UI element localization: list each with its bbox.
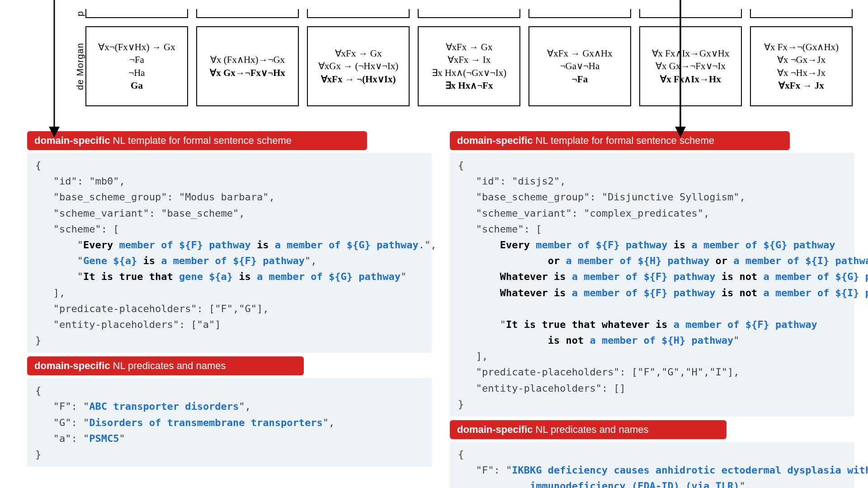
code-left-preds: { "F": "ABC transporter disorders", "G":… (27, 378, 432, 467)
cell-prev (307, 9, 410, 18)
header-preds-left: domain-specific NL predicates and names (27, 356, 304, 375)
cell-prev (528, 9, 631, 18)
header-preds-right: domain-specific NL predicates and names (450, 420, 726, 439)
row-prev: p (72, 9, 868, 18)
cell-demorgan-2: ∀xFx → Gx∀xGx → (¬Hx∨¬Ix)∀xFx → ¬(Hx∨Ix) (307, 26, 410, 106)
cell-demorgan-5: ∀x Fx∧Ix→Gx∨Hx∀x Gx→¬Fx∨¬Ix∀x Fx∧Ix→Hx (639, 26, 742, 106)
row-demorgan: de Morgan ∀x¬(Fx∨Hx) → Gx¬Fa¬HaGa∀x (Fx∧… (72, 26, 868, 106)
cell-prev (639, 9, 742, 18)
col-left: domain-specific NL template for formal s… (27, 131, 432, 488)
cell-prev (85, 9, 188, 18)
header-template-left: domain-specific NL template for formal s… (27, 131, 367, 150)
code-right-scheme: { "id": "disjs2", "base_scheme_group": "… (450, 153, 854, 417)
cell-prev (418, 9, 520, 18)
cell-prev (196, 9, 299, 18)
cell-demorgan-1: ∀x (Fx∧Hx)→¬Gx∀x Gx→¬Fx∨¬Hx (196, 26, 299, 106)
cell-demorgan-6: ∀x Fx→¬(Gx∧Hx)∀x ¬Gx→Jx∀x ¬Hx→Jx∀xFx → J… (750, 26, 853, 106)
col-right: domain-specific NL template for formal s… (450, 131, 854, 488)
code-left-scheme: { "id": "mb0", "base_scheme_group": "Mod… (27, 153, 432, 353)
cell-demorgan-3: ∀xFx → Gx∀xFx → Ix∃x Hx∧(¬Gx∨¬Ix)∃x Hx∧¬… (418, 26, 520, 106)
header-template-right: domain-specific NL template for formal s… (450, 131, 790, 150)
cell-demorgan-0: ∀x¬(Fx∨Hx) → Gx¬Fa¬HaGa (85, 26, 188, 106)
cell-demorgan-4: ∀xFx → Gx∧Hx¬Ga∨¬Ha¬Fa (528, 26, 631, 106)
row-label-p: p (72, 9, 85, 18)
cell-prev (750, 9, 853, 18)
code-right-preds: { "F": "IKBKG deficiency causes anhidrot… (450, 442, 854, 488)
row-label-demorgan: de Morgan (72, 26, 85, 106)
